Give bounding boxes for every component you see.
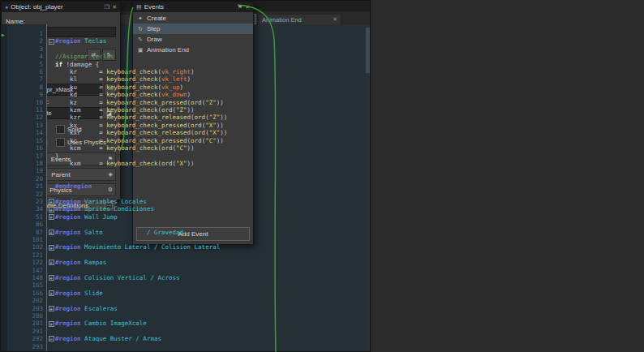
event-icon: ✦ bbox=[137, 15, 144, 22]
code-area[interactable]: ▶ 12345678910111213141516171819202122233… bbox=[1, 24, 370, 351]
breakpoint-margin[interactable]: ▶ bbox=[1, 24, 7, 351]
code-token: kx = bbox=[55, 122, 106, 129]
code-token: ord bbox=[161, 144, 173, 152]
pin-icon[interactable]: ❐ bbox=[105, 4, 109, 10]
code-token: Salto / Gravedad bbox=[81, 229, 183, 236]
object-panel-titlebar[interactable]: ● Object: obj_player ❐ ✕ bbox=[2, 2, 120, 12]
code-token: vk_up bbox=[161, 84, 180, 91]
line-number: 23 bbox=[7, 198, 43, 205]
line-number: 121 bbox=[7, 251, 43, 259]
fold-toggle[interactable]: + bbox=[49, 321, 54, 327]
tab-animation-end[interactable]: Animation End✕ bbox=[258, 14, 341, 24]
code-line: if !damage { bbox=[47, 61, 370, 68]
code-lines[interactable]: −#region Teclas//Asignar teclasif !damag… bbox=[46, 24, 370, 351]
code-scrollbar[interactable] bbox=[366, 24, 370, 351]
fold-slot: + bbox=[47, 321, 55, 327]
fold-toggle[interactable]: + bbox=[49, 245, 54, 251]
line-number: 16 bbox=[7, 144, 43, 152]
code-line: kxm = keyboard_check(ord("X")) bbox=[47, 160, 370, 167]
fold-toggle[interactable]: + bbox=[49, 275, 54, 281]
fold-toggle[interactable]: + bbox=[49, 214, 54, 220]
tab-close-icon[interactable]: ✕ bbox=[333, 16, 337, 23]
fold-slot: + bbox=[47, 306, 55, 311]
code-line: kr = keyboard_check(vk_right) bbox=[47, 68, 370, 75]
fold-toggle[interactable]: + bbox=[49, 260, 54, 265]
code-token: Teclas bbox=[81, 37, 107, 45]
code-line: ku = keyboard_check(vk_up) bbox=[47, 84, 370, 91]
close-icon[interactable]: ✕ bbox=[245, 4, 250, 10]
fold-toggle[interactable]: − bbox=[49, 39, 54, 45]
fold-toggle[interactable]: + bbox=[49, 207, 54, 212]
flag-icon[interactable]: ⚑ bbox=[238, 4, 243, 10]
code-line bbox=[47, 175, 370, 182]
code-token: #region bbox=[55, 305, 81, 312]
line-number: 292 bbox=[7, 335, 43, 342]
fold-toggle[interactable]: + bbox=[49, 306, 54, 311]
fold-toggle[interactable]: + bbox=[49, 290, 54, 296]
code-token: ord bbox=[161, 160, 173, 167]
code-line: −#region Teclas bbox=[47, 37, 370, 45]
line-number: 86 bbox=[7, 221, 43, 228]
code-token: keyboard_check bbox=[106, 144, 157, 152]
code-line: kzm = keyboard_check(ord("Z")) bbox=[47, 106, 370, 114]
fold-toggle[interactable]: + bbox=[49, 199, 54, 204]
code-line bbox=[47, 281, 370, 289]
code-line bbox=[47, 312, 370, 320]
code-scrollbar-thumb[interactable] bbox=[366, 28, 370, 73]
event-label: Create bbox=[147, 15, 166, 22]
fold-toggle[interactable]: + bbox=[49, 230, 54, 235]
line-number: 5 bbox=[7, 61, 43, 68]
code-token: #endregion bbox=[55, 182, 92, 190]
line-number: 203 bbox=[7, 305, 43, 312]
fold-slot: + bbox=[47, 290, 55, 296]
code-token: kl = bbox=[55, 75, 106, 83]
line-number: 8 bbox=[7, 84, 43, 91]
event-item-create[interactable]: ✦Create bbox=[133, 13, 253, 24]
code-token: vk_down bbox=[161, 91, 187, 98]
line-number: 147 bbox=[7, 267, 43, 274]
code-token: "X" bbox=[176, 160, 187, 167]
line-number: 9 bbox=[7, 91, 43, 98]
line-number: 2 bbox=[7, 37, 43, 45]
line-number: 12 bbox=[7, 114, 43, 121]
events-panel-titlebar[interactable]: ▤ Events ⚑ ✕ bbox=[133, 2, 253, 12]
line-number: 20 bbox=[7, 175, 43, 182]
line-number: 15 bbox=[7, 137, 43, 144]
close-icon[interactable]: ✕ bbox=[112, 4, 117, 10]
code-token: ) bbox=[187, 75, 191, 83]
line-number: 1 bbox=[7, 30, 43, 37]
fold-slot: + bbox=[47, 260, 55, 265]
code-token: "X" bbox=[205, 122, 217, 129]
fold-slot: + bbox=[47, 275, 55, 281]
code-line: #endregion bbox=[47, 182, 370, 190]
code-token: #region bbox=[55, 290, 81, 297]
code-token: ord bbox=[191, 122, 202, 129]
code-line: kl = keyboard_check(vk_left) bbox=[47, 75, 370, 83]
code-token: #region bbox=[55, 243, 81, 251]
code-token: Sprites Condiciones bbox=[81, 205, 154, 212]
line-number: 34 bbox=[7, 205, 43, 212]
code-token: )) bbox=[217, 137, 224, 144]
code-token: #region bbox=[55, 274, 81, 281]
object-panel-title: Object: obj_player bbox=[11, 3, 102, 11]
code-token: #region bbox=[55, 213, 81, 221]
code-token: Cambio ImageXcale bbox=[81, 320, 147, 327]
code-token: )) bbox=[187, 144, 195, 152]
events-panel-title: Events bbox=[144, 3, 235, 11]
code-token: keyboard_check_pressed bbox=[106, 122, 187, 129]
code-token: kcm = bbox=[55, 144, 106, 152]
fold-toggle[interactable]: − bbox=[49, 336, 54, 341]
code-token: #region bbox=[55, 205, 81, 212]
line-number: 291 bbox=[7, 328, 43, 335]
code-token: )) bbox=[187, 160, 195, 167]
code-line: +#region Variables Locales bbox=[47, 198, 370, 205]
code-line: kcm = keyboard_check(ord("C")) bbox=[47, 144, 370, 152]
code-line: kz = keyboard_check_pressed(ord("Z")) bbox=[47, 99, 370, 106]
line-number: 14 bbox=[7, 129, 43, 136]
code-line: +#region Slide bbox=[47, 290, 370, 297]
code-token: Wall Jump bbox=[81, 213, 118, 221]
code-token: #region bbox=[55, 229, 81, 236]
code-line: +#region Cambio ImageXcale bbox=[47, 320, 370, 327]
code-token: kzr = bbox=[55, 114, 106, 121]
code-token: )) bbox=[220, 114, 227, 121]
